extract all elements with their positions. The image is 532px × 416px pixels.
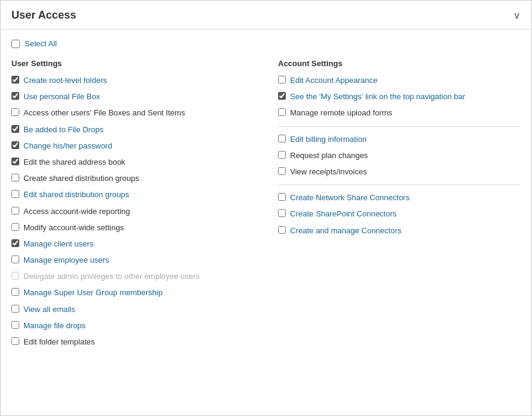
list-item: Edit the shared address book	[11, 157, 254, 168]
edit-shared-distribution-groups-checkbox[interactable]	[11, 190, 19, 198]
change-password-label[interactable]: Change his/her password	[23, 141, 112, 151]
access-account-wide-reporting-label[interactable]: Access account-wide reporting	[23, 206, 130, 217]
list-item: See the 'My Settings' link on the top na…	[278, 91, 521, 102]
manage-client-users-label[interactable]: Manage client users	[23, 239, 93, 249]
list-item: Create and manage Connectors	[278, 225, 521, 236]
list-item: Manage client users	[11, 239, 254, 249]
section-divider	[278, 126, 521, 127]
create-network-share-connectors-checkbox[interactable]	[278, 193, 286, 201]
create-manage-connectors-checkbox[interactable]	[278, 226, 286, 234]
list-item: Create SharePoint Connectors	[278, 209, 521, 219]
list-item: Manage employee users	[11, 255, 254, 266]
access-account-wide-reporting-checkbox[interactable]	[11, 207, 19, 215]
manage-employee-users-checkbox[interactable]	[11, 255, 19, 263]
list-item: Create Network Share Connectors	[278, 192, 521, 203]
delegate-admin-privileges-label[interactable]: Delegate admin privileges to other emplo…	[23, 271, 200, 282]
select-all-row: Select All	[11, 39, 521, 48]
manage-super-user-group-label[interactable]: Manage Super User Group membership	[23, 287, 162, 298]
create-network-share-connectors-label[interactable]: Create Network Share Connectors	[290, 192, 410, 203]
select-all-label[interactable]: Select All	[25, 39, 57, 48]
create-sharepoint-connectors-label[interactable]: Create SharePoint Connectors	[290, 209, 397, 219]
edit-billing-information-checkbox[interactable]	[278, 135, 286, 142]
view-all-emails-label[interactable]: View all emails	[23, 304, 75, 315]
manage-remote-upload-forms-label[interactable]: Manage remote upload forms	[290, 108, 392, 118]
create-shared-distribution-groups-label[interactable]: Create shared distribution groups	[23, 173, 139, 184]
edit-billing-information-label[interactable]: Edit billing information	[290, 134, 367, 145]
modify-account-wide-settings-label[interactable]: Modify account-wide settings	[23, 222, 124, 233]
create-root-folders-label[interactable]: Create root-level folders	[23, 75, 107, 86]
columns: User Settings Create root-level foldersU…	[11, 59, 521, 353]
list-item: Edit folder templates	[11, 337, 254, 347]
edit-folder-templates-checkbox[interactable]	[11, 337, 19, 345]
edit-shared-distribution-groups-label[interactable]: Edit shared distribution groups	[23, 189, 129, 200]
list-item: Modify account-wide settings	[11, 222, 254, 233]
manage-remote-upload-forms-checkbox[interactable]	[278, 108, 286, 116]
manage-file-drops-checkbox[interactable]	[11, 321, 19, 329]
list-item: Edit shared distribution groups	[11, 189, 254, 200]
be-added-to-filedrops-checkbox[interactable]	[11, 125, 19, 133]
manage-file-drops-label[interactable]: Manage file drops	[23, 320, 85, 331]
create-manage-connectors-label[interactable]: Create and manage Connectors	[290, 225, 401, 236]
view-receipts-invoices-label[interactable]: View receipts/invoices	[290, 167, 367, 177]
user-settings-items: Create root-level foldersUse personal Fi…	[11, 75, 254, 347]
user-access-panel: User Access ∨ Select All User Settings C…	[0, 0, 532, 416]
panel-body: Select All User Settings Create root-lev…	[1, 29, 531, 362]
user-settings-title: User Settings	[11, 59, 254, 68]
account-settings-title: Account Settings	[278, 59, 521, 68]
manage-employee-users-label[interactable]: Manage employee users	[23, 255, 109, 266]
manage-super-user-group-checkbox[interactable]	[11, 288, 19, 296]
list-item: View all emails	[11, 304, 254, 315]
edit-folder-templates-label[interactable]: Edit folder templates	[23, 337, 95, 347]
panel-title: User Access	[11, 9, 76, 22]
list-item: Create root-level folders	[11, 75, 254, 86]
account-settings-column: Account Settings Edit Account Appearance…	[266, 59, 521, 353]
edit-shared-address-book-checkbox[interactable]	[11, 158, 19, 165]
list-item: Be added to File Drops	[11, 124, 254, 135]
chevron-down-icon[interactable]: ∨	[513, 10, 521, 21]
list-item: View receipts/invoices	[278, 167, 521, 177]
list-item: Request plan changes	[278, 150, 521, 161]
edit-shared-address-book-label[interactable]: Edit the shared address book	[23, 157, 125, 168]
list-item: Delegate admin privileges to other emplo…	[11, 271, 254, 282]
list-item: Access other users' File Boxes and Sent …	[11, 108, 254, 118]
see-my-settings-link-label[interactable]: See the 'My Settings' link on the top na…	[290, 91, 465, 102]
list-item: Use personal File Box	[11, 91, 254, 102]
change-password-checkbox[interactable]	[11, 141, 19, 149]
view-all-emails-checkbox[interactable]	[11, 305, 19, 313]
panel-header: User Access ∨	[1, 1, 531, 29]
edit-account-appearance-label[interactable]: Edit Account Appearance	[290, 75, 377, 86]
modify-account-wide-settings-checkbox[interactable]	[11, 223, 19, 231]
section-divider	[278, 185, 521, 185]
manage-client-users-checkbox[interactable]	[11, 239, 19, 247]
list-item: Change his/her password	[11, 141, 254, 151]
create-root-folders-checkbox[interactable]	[11, 76, 19, 84]
be-added-to-filedrops-label[interactable]: Be added to File Drops	[23, 124, 104, 135]
access-other-users-label[interactable]: Access other users' File Boxes and Sent …	[23, 108, 185, 118]
list-item: Manage file drops	[11, 320, 254, 331]
view-receipts-invoices-checkbox[interactable]	[278, 167, 286, 175]
request-plan-changes-label[interactable]: Request plan changes	[290, 150, 368, 161]
create-shared-distribution-groups-checkbox[interactable]	[11, 174, 19, 182]
select-all-checkbox[interactable]	[11, 40, 20, 48]
list-item: Edit billing information	[278, 134, 521, 145]
account-settings-items: Edit Account AppearanceSee the 'My Setti…	[278, 75, 521, 236]
request-plan-changes-checkbox[interactable]	[278, 151, 286, 159]
delegate-admin-privileges-checkbox[interactable]	[11, 272, 19, 280]
list-item: Create shared distribution groups	[11, 173, 254, 184]
use-personal-filebox-checkbox[interactable]	[11, 92, 19, 100]
edit-account-appearance-checkbox[interactable]	[278, 76, 286, 84]
list-item: Manage Super User Group membership	[11, 287, 254, 298]
user-settings-column: User Settings Create root-level foldersU…	[11, 59, 266, 353]
use-personal-filebox-label[interactable]: Use personal File Box	[23, 91, 100, 102]
access-other-users-checkbox[interactable]	[11, 108, 19, 116]
list-item: Access account-wide reporting	[11, 206, 254, 217]
list-item: Edit Account Appearance	[278, 75, 521, 86]
list-item: Manage remote upload forms	[278, 108, 521, 118]
create-sharepoint-connectors-checkbox[interactable]	[278, 209, 286, 217]
see-my-settings-link-checkbox[interactable]	[278, 92, 286, 100]
